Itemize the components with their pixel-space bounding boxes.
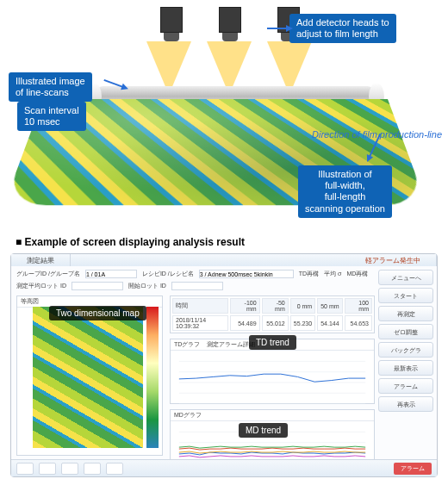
th: -50 mm — [262, 298, 289, 314]
tool-icon[interactable] — [106, 463, 123, 475]
overlay-md-label: MD trend — [239, 423, 288, 438]
th: 50 mm — [317, 298, 342, 314]
alarm-button[interactable]: アラーム — [394, 463, 432, 475]
tool-icon[interactable] — [61, 463, 78, 475]
label-recipe: レシピID /レシピ名 — [142, 270, 194, 278]
bottom-toolbar: アラーム — [11, 459, 437, 476]
td-chart-svg — [171, 351, 374, 414]
sidebar-btn[interactable]: アラーム — [378, 378, 433, 394]
label-md: MD再構 — [346, 270, 368, 278]
input-recipe[interactable] — [199, 270, 294, 278]
tool-icon[interactable] — [84, 463, 101, 475]
th: 100 mm — [345, 298, 372, 314]
overlay-td-label: TD trend — [249, 335, 296, 350]
detector-heads — [155, 7, 305, 41]
cell: 54.144 — [317, 315, 342, 331]
callout-add-heads: Add detector heads to adjust to film len… — [289, 14, 396, 43]
tab-alarm[interactable]: 軽アラーム発生中 — [350, 254, 437, 266]
label-scan-avg: 測定平均ロット ID — [16, 282, 66, 290]
callout-line-scans: Illustrated image of line-scans — [9, 72, 92, 102]
sidebar-btn[interactable]: メニューへ — [378, 270, 433, 285]
th: 0 mm — [290, 298, 315, 314]
tab-results[interactable]: 測定結果 — [11, 254, 71, 266]
analysis-software-window: 測定結果 軽アラーム発生中 グループID /グループ名 レシピID /レシピ名 … — [10, 253, 438, 477]
cell: 55.012 — [262, 315, 289, 331]
table-row[interactable]: 2018/11/14 10:39:32 54.489 55.012 55.230… — [172, 315, 372, 331]
form-row-2: 測定平均ロット ID 開始ロット ID — [11, 282, 437, 294]
colorbar — [146, 307, 159, 448]
callout-scan-interval: Scan interval 10 msec — [17, 102, 86, 131]
detector-head — [155, 7, 188, 41]
line-scan-diagram: Add detector heads to adjust to film len… — [0, 0, 448, 233]
callout-full-scan: Illustration of full-width, full-length … — [298, 165, 392, 218]
sidebar-btn[interactable]: 再表示 — [378, 396, 433, 412]
cell: 55.230 — [290, 315, 315, 331]
form-row: グループID /グループ名 レシピID /レシピ名 TD再構 平均 σ MD再構 — [11, 266, 437, 282]
sidebar-btn[interactable]: 最新表示 — [378, 360, 433, 376]
th: -100 mm — [230, 298, 259, 314]
label-avg: 平均 σ — [324, 270, 341, 278]
window-tabbar: 測定結果 軽アラーム発生中 — [11, 254, 437, 266]
sidebar-btn[interactable]: 再測定 — [378, 306, 433, 321]
label-lot: 開始ロット ID — [128, 282, 166, 290]
cell: 54.489 — [230, 315, 259, 331]
section-title: Example of screen displaying analysis re… — [0, 233, 448, 253]
cell: 54.653 — [345, 315, 372, 331]
arrow-to-heads — [267, 28, 288, 29]
data-table: 時間 -100 mm -50 mm 0 mm 50 mm 100 mm 2018… — [170, 295, 375, 333]
chart-subtab[interactable]: 測定アラーム詳細 — [207, 340, 255, 349]
input-scan-avg[interactable] — [72, 282, 123, 290]
chart-tab[interactable]: MDグラフ — [174, 412, 202, 418]
tool-icon[interactable] — [16, 463, 34, 475]
input-group[interactable] — [85, 270, 137, 278]
label-group: グループID /グループ名 — [16, 270, 80, 278]
tool-icon[interactable] — [39, 463, 56, 475]
sidebar-btn[interactable]: スタート — [378, 288, 433, 303]
sidebar-btn[interactable]: ゼロ調整 — [378, 324, 433, 339]
detector-head — [214, 7, 246, 41]
th-time: 時間 — [172, 298, 228, 314]
cell-time: 2018/11/14 10:39:32 — [172, 315, 228, 331]
sidebar: メニューへ スタート 再測定 ゼロ調整 バックグラ 最新表示 アラーム 再表示 — [378, 266, 433, 456]
contour-map[interactable] — [33, 307, 143, 448]
input-lot[interactable] — [171, 282, 223, 290]
sidebar-btn[interactable]: バックグラ — [378, 342, 433, 358]
label-td: TD再構 — [299, 270, 319, 278]
chart-tab[interactable]: TDグラフ — [174, 340, 200, 349]
overlay-map-label: Two dimensional map — [49, 306, 146, 320]
